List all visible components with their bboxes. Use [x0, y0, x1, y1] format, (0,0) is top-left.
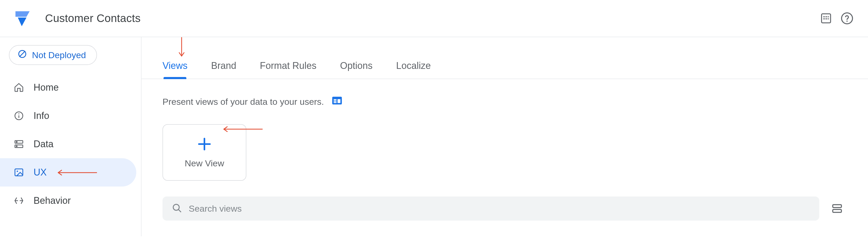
tab-options[interactable]: Options [340, 60, 373, 78]
tab-localize[interactable]: Localize [396, 60, 431, 78]
svg-point-7 [18, 113, 20, 114]
svg-line-4 [20, 51, 25, 57]
svg-line-20 [179, 210, 181, 212]
search-icon [172, 203, 182, 214]
svg-point-1 [841, 13, 852, 24]
tab-brand[interactable]: Brand [211, 60, 236, 78]
help-icon[interactable] [838, 9, 857, 28]
tab-format-rules[interactable]: Format Rules [260, 60, 316, 78]
sidebar: Not Deployed Home Info Data [0, 37, 142, 236]
sidebar-item-data[interactable]: Data [0, 130, 136, 158]
new-view-button[interactable]: New View [162, 124, 246, 181]
search-views-input[interactable] [189, 204, 810, 214]
svg-rect-12 [15, 169, 23, 176]
appsheet-logo-icon[interactable] [11, 7, 34, 29]
tab-views[interactable]: Views [162, 60, 187, 78]
new-view-label: New View [185, 158, 224, 168]
deploy-status-label: Not Deployed [32, 50, 86, 60]
sidebar-nav: Home Info Data UX [0, 73, 141, 215]
home-icon [13, 82, 25, 93]
sidebar-item-behavior[interactable]: Behavior [0, 186, 136, 215]
sidebar-item-label: Behavior [34, 195, 71, 206]
svg-point-2 [846, 21, 848, 22]
svg-rect-22 [833, 210, 841, 212]
image-icon [13, 167, 25, 178]
sidebar-item-info[interactable]: Info [0, 102, 136, 130]
views-subtitle: Present views of your data to your users… [162, 97, 324, 107]
sidebar-item-label: Home [34, 82, 59, 93]
app-bar: Customer Contacts [0, 0, 868, 37]
svg-point-13 [17, 171, 18, 172]
sidebar-item-label: UX [34, 167, 46, 178]
svg-point-11 [16, 146, 17, 147]
updates-icon[interactable] [817, 9, 836, 28]
svg-point-10 [16, 141, 17, 142]
docs-icon[interactable] [331, 95, 343, 108]
plus-icon [197, 137, 212, 152]
svg-point-19 [173, 204, 179, 210]
tabs: Views Brand Format Rules Options Localiz… [142, 37, 868, 79]
content-area: Views Brand Format Rules Options Localiz… [142, 37, 868, 236]
deploy-status-button[interactable]: Not Deployed [9, 45, 97, 65]
views-subtitle-row: Present views of your data to your users… [162, 95, 844, 108]
sidebar-item-label: Data [34, 139, 54, 149]
not-deployed-icon [17, 49, 27, 61]
layout-toggle-button[interactable] [830, 201, 844, 216]
annotation-arrow-icon [53, 169, 97, 176]
app-title: Customer Contacts [45, 12, 141, 25]
svg-rect-0 [822, 14, 831, 23]
svg-rect-21 [833, 205, 841, 207]
search-views-container [162, 197, 819, 220]
data-icon [13, 138, 25, 150]
sidebar-item-label: Info [34, 110, 49, 121]
behavior-icon [13, 195, 25, 206]
sidebar-item-ux[interactable]: UX [0, 158, 136, 186]
info-icon [13, 110, 25, 122]
sidebar-item-home[interactable]: Home [0, 73, 136, 102]
